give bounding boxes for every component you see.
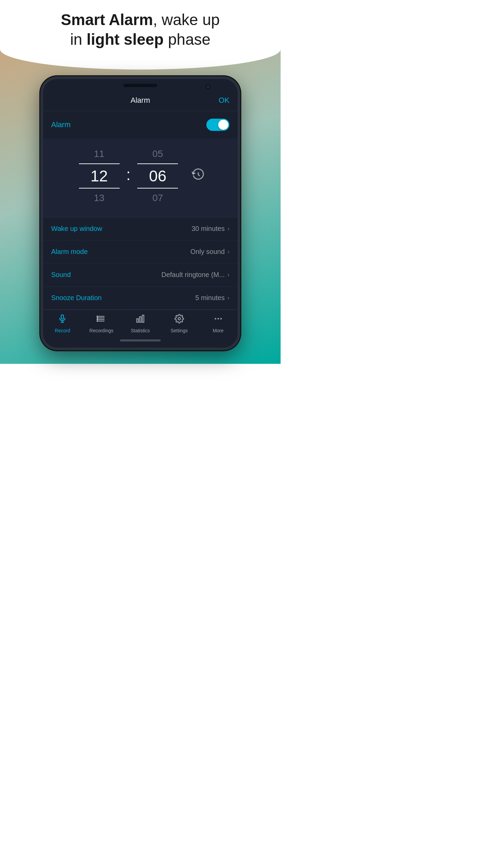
settings-icon: [175, 314, 184, 326]
alarm-toggle[interactable]: [206, 119, 229, 131]
background-wrap: Alarm OK Alarm 11 12 13 : 05: [0, 49, 281, 364]
white-curve: [0, 49, 281, 70]
chevron-icon-2: ›: [227, 248, 229, 255]
minute-above: 05: [152, 149, 163, 159]
phone-bottom: [43, 336, 238, 348]
svg-point-15: [215, 318, 216, 320]
phone-top-bar: [43, 79, 238, 90]
header-title: Smart Alarm, wake up in light sleep phas…: [20, 10, 260, 49]
setting-row-wake-up-window[interactable]: Wake up window 30 minutes ›: [43, 217, 238, 240]
phone-speaker: [123, 84, 157, 87]
phone-device: Alarm OK Alarm 11 12 13 : 05: [40, 76, 240, 350]
svg-rect-12: [140, 317, 141, 322]
minute-below: 07: [152, 193, 163, 203]
setting-row-alarm-mode[interactable]: Alarm mode Only sound ›: [43, 240, 238, 263]
setting-label-snooze: Snooze Duration: [51, 294, 102, 302]
time-picker: 11 12 13 : 05 06 07: [43, 138, 238, 217]
list-icon: [97, 314, 106, 326]
settings-area: Wake up window 30 minutes › Alarm mode O…: [43, 217, 238, 310]
hour-above: 11: [94, 149, 104, 159]
bottom-nav: Record: [43, 310, 238, 336]
home-bar: [120, 339, 161, 341]
time-separator: :: [126, 165, 131, 186]
mic-icon: [58, 314, 67, 326]
nav-label-statistics: Statistics: [131, 328, 150, 333]
svg-point-7: [97, 316, 98, 317]
hour-selected[interactable]: 12: [79, 163, 120, 189]
nav-label-settings: Settings: [170, 328, 188, 333]
setting-value-sound: Default ringtone (M... ›: [161, 271, 229, 279]
hour-below: 13: [94, 193, 104, 203]
svg-point-16: [217, 318, 219, 320]
setting-row-sound[interactable]: Sound Default ringtone (M... ›: [43, 263, 238, 287]
header-plain-2: in: [70, 31, 87, 48]
alarm-toggle-row: Alarm: [43, 111, 238, 138]
nav-label-record: Record: [55, 328, 70, 333]
header-bold-2: light sleep: [86, 31, 163, 48]
hour-column: 11 12 13: [76, 149, 123, 203]
nav-item-statistics[interactable]: Statistics: [125, 314, 156, 333]
setting-value-snooze: 5 minutes ›: [195, 294, 229, 302]
chevron-icon-4: ›: [227, 294, 229, 301]
nav-item-settings[interactable]: Settings: [164, 314, 195, 333]
app-screen: Alarm OK Alarm 11 12 13 : 05: [43, 90, 238, 336]
setting-label-alarm-mode: Alarm mode: [51, 248, 88, 256]
setting-row-snooze[interactable]: Snooze Duration 5 minutes ›: [43, 287, 238, 310]
nav-label-more: More: [213, 328, 224, 333]
more-icon: [214, 314, 223, 326]
alarm-label: Alarm: [51, 120, 70, 129]
toggle-knob: [218, 120, 228, 130]
header-plain-3: phase: [164, 31, 210, 48]
setting-value-wake-up: 30 minutes ›: [191, 225, 229, 233]
ok-button[interactable]: OK: [219, 96, 229, 105]
header-plain-1: , wake up: [153, 11, 220, 28]
svg-point-17: [220, 318, 222, 320]
svg-rect-11: [137, 319, 138, 322]
svg-rect-0: [61, 315, 64, 319]
svg-rect-13: [142, 315, 144, 322]
svg-point-10: [97, 321, 98, 321]
nav-item-record[interactable]: Record: [47, 314, 78, 333]
history-button[interactable]: [191, 168, 205, 184]
chevron-icon-3: ›: [227, 271, 229, 278]
svg-point-14: [178, 318, 180, 320]
phone-camera: [206, 84, 210, 89]
chevron-icon-1: ›: [227, 225, 229, 232]
setting-value-alarm-mode: Only sound ›: [190, 248, 229, 256]
header-area: Smart Alarm, wake up in light sleep phas…: [0, 0, 281, 49]
header-bold-1: Smart Alarm: [61, 11, 153, 28]
minute-column: 05 06 07: [134, 149, 181, 203]
setting-label-wake-up: Wake up window: [51, 225, 102, 233]
nav-item-recordings[interactable]: Recordings: [86, 314, 117, 333]
minute-selected[interactable]: 06: [137, 163, 178, 189]
nav-label-recordings: Recordings: [89, 328, 114, 333]
svg-point-9: [97, 319, 98, 320]
chart-icon: [136, 314, 145, 326]
app-title: Alarm: [130, 96, 150, 105]
setting-label-sound: Sound: [51, 271, 71, 279]
svg-point-8: [97, 318, 98, 318]
nav-item-more[interactable]: More: [203, 314, 233, 333]
app-header: Alarm OK: [43, 90, 238, 111]
